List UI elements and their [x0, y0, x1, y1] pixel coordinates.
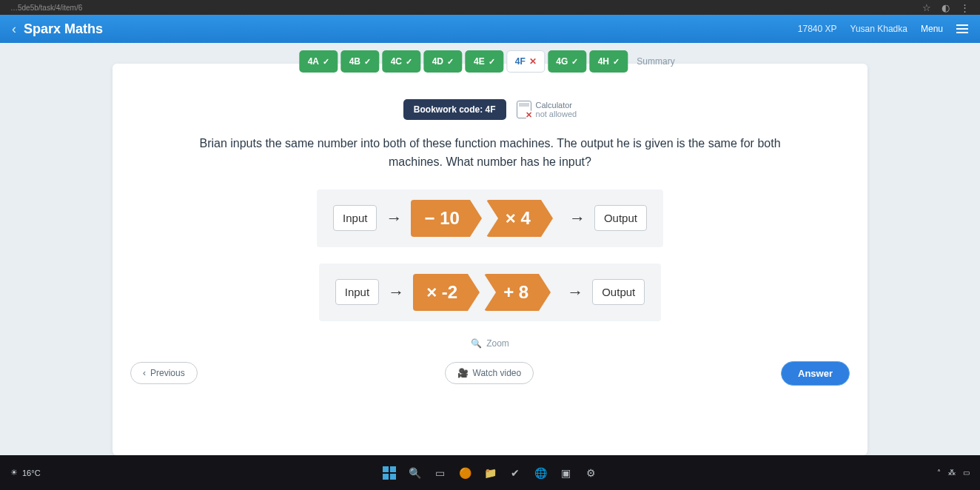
not-allowed-x-icon: ✕: [525, 110, 534, 119]
profile-icon[interactable]: ◐: [942, 2, 950, 13]
app-icon[interactable]: ▣: [557, 465, 574, 481]
user-name: Yusan Khadka: [850, 24, 907, 34]
wifi-icon[interactable]: ⁂: [948, 469, 956, 477]
zoom-button[interactable]: 🔍 Zoom: [471, 338, 509, 349]
app-header: ‹ Sparx Maths 17840 XP Yusan Khadka Menu: [0, 15, 980, 43]
operation-block: × -2: [413, 274, 468, 311]
tab-summary[interactable]: Summary: [631, 50, 680, 73]
check-icon: ✓: [406, 57, 412, 67]
tab-4g[interactable]: 4G✓: [548, 50, 586, 73]
task-tabs: 4A✓ 4B✓ 4C✓ 4D✓ 4E✓ 4F✕ 4G✓ 4H✓ Summary: [299, 50, 680, 73]
input-box: Input: [335, 279, 379, 305]
app-icon[interactable]: ✔: [507, 465, 523, 481]
question-card: 4A✓ 4B✓ 4C✓ 4D✓ 4E✓ 4F✕ 4G✓ 4H✓ Summary …: [113, 64, 867, 455]
function-machines: Input → − 10 × 4 → Output Input → × -2 +…: [113, 179, 867, 326]
bookmark-star-icon[interactable]: ☆: [922, 2, 931, 13]
check-icon: ✓: [323, 57, 329, 67]
app-icon[interactable]: 🌐: [532, 465, 548, 481]
windows-taskbar: ☀ 16°C 🔍 ▭ 🟠 📁 ✔ 🌐 ▣ ⚙ ˄ ⁂ ▭: [0, 455, 980, 490]
tab-4c[interactable]: 4C✓: [382, 50, 420, 73]
chevron-left-icon: ‹: [143, 368, 146, 378]
app-icon[interactable]: 🟠: [457, 465, 473, 481]
tab-4h[interactable]: 4H✓: [589, 50, 628, 73]
previous-button[interactable]: ‹ Previous: [130, 362, 198, 384]
watch-video-button[interactable]: 🎥 Watch video: [445, 362, 534, 384]
operation-block: + 8: [484, 274, 539, 311]
battery-icon[interactable]: ▭: [963, 469, 970, 477]
input-box: Input: [333, 205, 377, 231]
check-icon: ✓: [571, 57, 578, 67]
weather-widget[interactable]: ☀ 16°C: [10, 468, 41, 477]
hamburger-menu-icon[interactable]: [956, 24, 968, 33]
arrow-right-icon: →: [388, 283, 404, 302]
question-text: Brian inputs the same number into both o…: [113, 120, 867, 179]
back-chevron-icon[interactable]: ‹: [12, 21, 16, 37]
operation-block: − 10: [411, 200, 469, 237]
function-machine-2: Input → × -2 + 8 → Output: [319, 264, 661, 321]
tab-4d[interactable]: 4D✓: [423, 50, 462, 73]
check-icon: ✓: [613, 57, 620, 67]
function-machine-1: Input → − 10 × 4 → Output: [317, 189, 663, 247]
weather-sun-icon: ☀: [10, 468, 18, 477]
app-icon[interactable]: ⚙: [583, 465, 599, 481]
output-box: Output: [592, 279, 645, 305]
search-icon[interactable]: 🔍: [406, 465, 423, 481]
menu-label[interactable]: Menu: [921, 24, 943, 34]
magnifier-icon: 🔍: [471, 338, 482, 349]
browser-address-bar: …5de5b/task/4/item/6 ☆ ◐ ⋮: [0, 0, 980, 15]
tab-4e[interactable]: 4E✓: [465, 50, 503, 73]
xp-count: 17840 XP: [798, 24, 837, 34]
tab-4f[interactable]: 4F✕: [506, 50, 545, 73]
x-icon: ✕: [529, 56, 537, 67]
check-icon: ✓: [447, 57, 454, 67]
arrow-right-icon: →: [567, 283, 583, 302]
tab-4a[interactable]: 4A✓: [299, 50, 338, 73]
output-box: Output: [594, 205, 647, 231]
calculator-icon: ✕: [517, 101, 531, 118]
url-fragment: …5de5b/task/4/item/6: [10, 4, 82, 12]
bookwork-code-badge: Bookwork code: 4F: [403, 99, 506, 120]
chevron-up-icon[interactable]: ˄: [937, 469, 941, 477]
operation-block: × 4: [486, 200, 541, 237]
windows-start-icon[interactable]: [381, 465, 397, 481]
calculator-status: ✕ Calculator not allowed: [517, 101, 577, 118]
system-tray[interactable]: ˄ ⁂ ▭: [937, 469, 970, 477]
check-icon: ✓: [364, 57, 371, 67]
browser-menu-icon[interactable]: ⋮: [960, 2, 970, 13]
video-camera-icon: 🎥: [457, 368, 469, 378]
file-explorer-icon[interactable]: 📁: [482, 465, 498, 481]
arrow-right-icon: →: [386, 209, 402, 228]
check-icon: ✓: [489, 57, 495, 67]
app-title: Sparx Maths: [24, 21, 103, 37]
task-view-icon[interactable]: ▭: [432, 465, 448, 481]
tab-4b[interactable]: 4B✓: [340, 50, 379, 73]
answer-button[interactable]: Answer: [781, 361, 850, 386]
arrow-right-icon: →: [569, 209, 585, 228]
